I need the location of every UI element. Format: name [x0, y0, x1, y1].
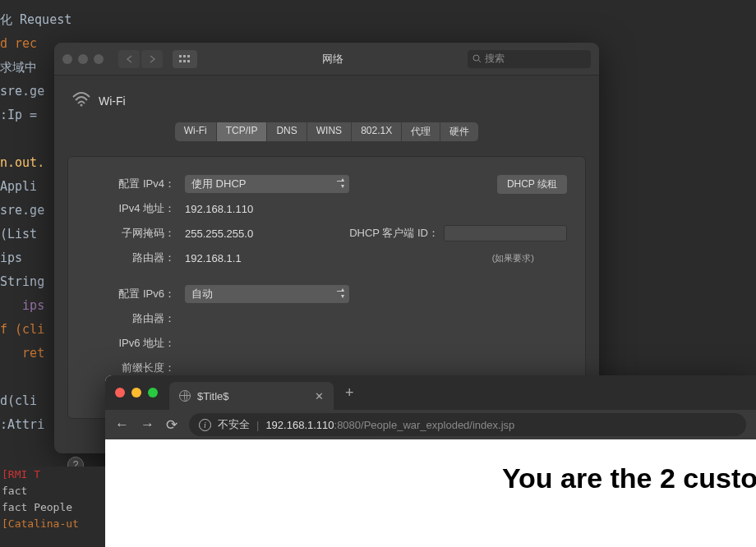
- dhcp-renew-button[interactable]: DHCP 续租: [497, 175, 567, 194]
- svg-rect-2: [187, 55, 190, 57]
- svg-line-7: [479, 61, 482, 63]
- minimize-icon[interactable]: [131, 388, 141, 398]
- globe-icon: [179, 390, 191, 402]
- dhcp-client-id-hint: (如果要求): [492, 252, 534, 264]
- dhcp-client-id-label: DHCP 客户端 ID：: [349, 226, 439, 241]
- svg-rect-5: [187, 60, 190, 62]
- ipv4-router-value: 192.168.1.1: [185, 252, 242, 264]
- forward-button[interactable]: [141, 50, 163, 68]
- browser-toolbar: ← → ⟳ i 不安全 | 192.168.1.110:8080/People_…: [105, 410, 756, 439]
- zoom-icon[interactable]: [94, 54, 104, 64]
- svg-rect-0: [179, 55, 182, 57]
- ipv6-config-select[interactable]: 自动 ▴▾: [185, 285, 349, 303]
- tab-802.1X[interactable]: 802.1X: [352, 122, 402, 141]
- minimize-icon[interactable]: [78, 54, 88, 64]
- svg-rect-4: [183, 60, 186, 62]
- ipv4-addr-label: IPv4 地址：: [86, 201, 185, 216]
- tab-Wi-Fi[interactable]: Wi-Fi: [175, 122, 217, 141]
- window-title: 网络: [204, 52, 461, 67]
- search-placeholder: 搜索: [485, 52, 505, 66]
- page-heading: You are the 2 custo: [502, 462, 756, 494]
- ide-console: [RMI T fact fact People [Catalina-ut: [0, 467, 105, 547]
- back-button[interactable]: ←: [115, 416, 129, 433]
- tabs: Wi-FiTCP/IPDNSWINS802.1X代理硬件: [175, 122, 478, 141]
- tab-TCP/IP[interactable]: TCP/IP: [217, 122, 268, 141]
- tab-DNS[interactable]: DNS: [267, 122, 307, 141]
- new-tab-button[interactable]: +: [345, 384, 354, 402]
- ipv4-config-label: 配置 IPv4：: [86, 177, 185, 191]
- tab-WINS[interactable]: WINS: [307, 122, 352, 141]
- ipv6-prefix-label: 前缀长度：: [86, 361, 185, 375]
- svg-rect-1: [183, 55, 186, 57]
- tab-硬件[interactable]: 硬件: [440, 122, 478, 141]
- wifi-icon: [72, 92, 90, 109]
- forward-button[interactable]: →: [141, 416, 154, 433]
- ipv4-config-select[interactable]: 使用 DHCP ▴▾: [185, 175, 349, 193]
- svg-point-8: [81, 104, 83, 107]
- svg-rect-3: [179, 60, 182, 62]
- browser-window: $Title$ ✕ + ← → ⟳ i 不安全 | 192.168.1.110:…: [105, 375, 756, 547]
- nav-buttons: [118, 50, 163, 68]
- search-icon: [472, 54, 482, 63]
- zoom-icon[interactable]: [148, 388, 158, 398]
- ipv6-router-label: 路由器：: [86, 311, 185, 326]
- insecure-label: 不安全: [218, 417, 250, 432]
- chevron-updown-icon: ▴▾: [341, 177, 344, 190]
- ipv6-config-label: 配置 IPv6：: [86, 287, 185, 301]
- reload-button[interactable]: ⟳: [166, 416, 177, 434]
- subnet-mask-label: 子网掩码：: [86, 226, 185, 241]
- address-bar[interactable]: i 不安全 | 192.168.1.110:8080/People_war_ex…: [189, 413, 746, 436]
- preferences-toolbar: 网络 搜索: [54, 43, 599, 76]
- chevron-updown-icon: ▴▾: [341, 287, 344, 300]
- close-icon[interactable]: [62, 54, 72, 64]
- tabs-row: Wi-FiTCP/IPDNSWINS802.1X代理硬件: [67, 122, 586, 141]
- subnet-mask-value: 255.255.255.0: [185, 228, 253, 240]
- tab-title: $Title$: [197, 390, 229, 402]
- ipv6-addr-label: IPv6 地址：: [86, 336, 185, 351]
- connection-name: Wi-Fi: [99, 94, 126, 108]
- browser-tab[interactable]: $Title$ ✕: [169, 382, 334, 410]
- ipv4-router-label: 路由器：: [86, 251, 185, 265]
- url-text: 192.168.1.110:8080/People_war_exploded/i…: [265, 419, 514, 431]
- back-button[interactable]: [118, 50, 140, 68]
- close-tab-icon[interactable]: ✕: [315, 390, 324, 402]
- page-content: You are the 2 custo: [105, 439, 756, 547]
- svg-point-6: [473, 55, 479, 61]
- tab-代理[interactable]: 代理: [402, 122, 440, 141]
- browser-tabstrip: $Title$ ✕ +: [105, 375, 756, 410]
- connection-header: Wi-Fi: [67, 92, 586, 117]
- window-traffic-lights[interactable]: [62, 54, 104, 64]
- site-info-icon[interactable]: i: [199, 419, 211, 431]
- browser-traffic-lights[interactable]: [115, 388, 158, 398]
- ipv4-addr-value: 192.168.1.110: [185, 203, 253, 215]
- dhcp-client-id-input[interactable]: [444, 225, 567, 241]
- search-input[interactable]: 搜索: [468, 50, 591, 68]
- show-all-button[interactable]: [173, 50, 197, 68]
- close-icon[interactable]: [115, 388, 125, 398]
